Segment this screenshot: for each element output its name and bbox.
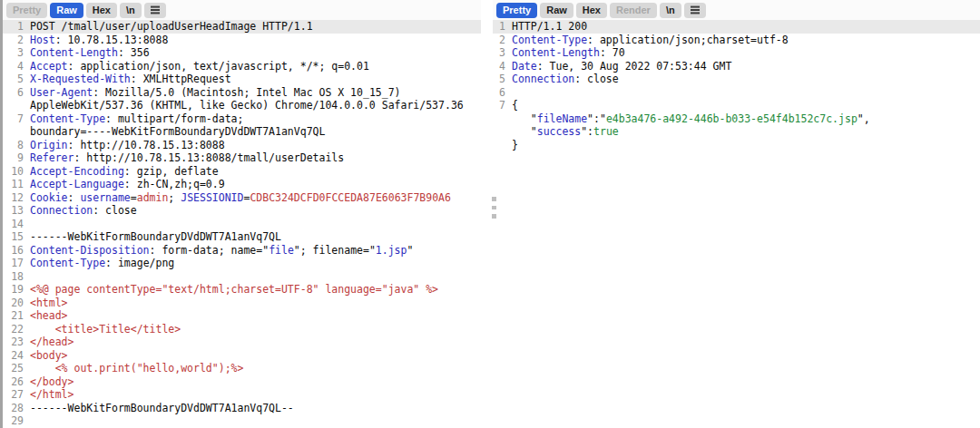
code-line: 17Content-Type: image/png bbox=[3, 257, 481, 270]
code-text: Content-Type: application/json;charset=u… bbox=[512, 34, 789, 47]
request-tab-pretty[interactable]: Pretty bbox=[6, 3, 47, 18]
code-text: ------WebKitFormBoundaryDVdDWT7A1anVq7QL… bbox=[30, 402, 294, 415]
code-token: ; bbox=[168, 191, 181, 204]
code-token: : XMLHttpRequest bbox=[131, 73, 231, 85]
response-panel: PrettyRawHexRender\n 1HTTP/1.1 2002Conte… bbox=[493, 0, 980, 428]
code-line: 10Accept-Encoding: gzip, deflate bbox=[3, 165, 481, 179]
code-line: 7{ bbox=[493, 99, 980, 112]
code-line: 1HTTP/1.1 200 bbox=[493, 20, 980, 34]
request-tab-raw[interactable]: Raw bbox=[50, 3, 83, 18]
code-token: CDBC324DCFD0FCCEDA87E6063F7B90A6 bbox=[250, 191, 451, 204]
code-token: : gzip, deflate bbox=[124, 165, 219, 178]
line-number: 11 bbox=[3, 178, 24, 191]
code-token: HTTP/1.1 200 bbox=[512, 20, 587, 33]
code-text: boundary=----WebKitFormBoundaryDVdDWT7A1… bbox=[30, 125, 325, 139]
code-token: success bbox=[537, 125, 581, 138]
code-token: : 356 bbox=[118, 46, 150, 59]
code-text: Accept: application/json, text/javascrip… bbox=[30, 60, 369, 73]
response-tab-raw[interactable]: Raw bbox=[540, 3, 573, 18]
line-number: 27 bbox=[3, 388, 24, 402]
code-line: 2Content-Type: application/json;charset=… bbox=[493, 34, 980, 47]
code-line: 27</html> bbox=[3, 388, 481, 402]
code-text: <title>Title</title> bbox=[30, 323, 181, 336]
code-line: 14 bbox=[3, 218, 481, 231]
code-token: </body> bbox=[30, 375, 74, 388]
code-text: "success":true bbox=[512, 125, 619, 139]
code-text: ------WebKitFormBoundaryDVdDWT7A1anVq7QL bbox=[30, 230, 281, 244]
code-line: 5Connection: close bbox=[493, 73, 980, 86]
code-token: : zh-CN,zh;q=0.9 bbox=[124, 178, 225, 190]
code-token: <head> bbox=[30, 309, 68, 322]
code-line: 19<%@ page contentType="text/html;charse… bbox=[3, 283, 481, 297]
line-number bbox=[493, 139, 505, 152]
code-token: : application/json;charset=utf-8 bbox=[587, 34, 789, 46]
code-token: : 10.78.15.13:8088 bbox=[55, 34, 169, 46]
line-number bbox=[493, 125, 505, 139]
code-text: Content-Type: image/png bbox=[30, 257, 174, 270]
code-token: "; filename=" bbox=[294, 244, 376, 257]
code-token: true bbox=[593, 125, 619, 138]
code-token: : Tue, 30 Aug 2022 07:53:44 GMT bbox=[537, 60, 732, 73]
code-text: Accept-Language: zh-CN,zh;q=0.9 bbox=[30, 178, 225, 191]
request-tab-hex[interactable]: Hex bbox=[86, 3, 117, 18]
code-token: : 70 bbox=[600, 46, 625, 59]
line-number: 22 bbox=[3, 323, 24, 336]
code-token: <title>Title</title> bbox=[30, 323, 181, 336]
code-line: 2Host: 10.78.15.13:8088 bbox=[3, 34, 481, 47]
line-number: 3 bbox=[493, 46, 505, 60]
response-tabbar: PrettyRawHexRender\n bbox=[493, 0, 980, 20]
code-text: <%@ page contentType="text/html;charset=… bbox=[30, 283, 438, 297]
line-number: 29 bbox=[3, 414, 24, 428]
code-text: } bbox=[512, 139, 518, 152]
code-line: 29 bbox=[3, 414, 481, 428]
response-tab-render[interactable]: Render bbox=[610, 3, 657, 18]
response-menu-button[interactable] bbox=[684, 3, 706, 18]
response-tab-newline[interactable]: \n bbox=[660, 3, 681, 18]
code-text: Referer: http://10.78.15.13:8088/tmall/u… bbox=[30, 151, 344, 165]
splitter-dot bbox=[492, 197, 496, 201]
code-token: Content-Type bbox=[30, 257, 105, 269]
code-token: Accept bbox=[30, 60, 68, 73]
line-number: 15 bbox=[3, 230, 24, 244]
line-number: 2 bbox=[3, 34, 24, 47]
code-token: Content-Length bbox=[30, 46, 118, 59]
code-token: : http://10.78.15.13:8088 bbox=[68, 139, 225, 151]
response-tab-pretty[interactable]: Pretty bbox=[496, 3, 537, 18]
hamburger-menu-icon bbox=[691, 9, 700, 11]
code-line: 25 <% out.print("hello,world");%> bbox=[3, 362, 481, 375]
code-text: Connection: close bbox=[30, 204, 137, 218]
code-token: ": bbox=[581, 125, 593, 138]
code-line: 24<body> bbox=[3, 349, 481, 363]
code-token: e4b3a476-a492-446b-b033-e54f4b152c7c.jsp bbox=[606, 112, 858, 125]
request-menu-button[interactable] bbox=[144, 3, 166, 18]
code-text: Content-Length: 356 bbox=[30, 46, 150, 60]
code-line: 7Content-Type: multipart/form-data; bbox=[3, 112, 481, 126]
code-token: Referer bbox=[30, 151, 74, 164]
line-number: 17 bbox=[3, 257, 24, 270]
request-editor[interactable]: 1POST /tmall/user/uploadUserHeadImage HT… bbox=[3, 20, 481, 428]
code-text: Cookie: username=admin; JSESSIONID=CDBC3… bbox=[30, 191, 451, 205]
line-number: 24 bbox=[3, 349, 24, 363]
code-text: AppleWebKit/537.36 (KHTML, like Gecko) C… bbox=[30, 99, 464, 112]
code-token: fileName bbox=[537, 112, 587, 125]
code-line: 12Cookie: username=admin; JSESSIONID=CDB… bbox=[3, 191, 481, 205]
code-text: <head> bbox=[30, 309, 68, 323]
code-token: : http://10.78.15.13:8088/tmall/userDeta… bbox=[74, 151, 344, 164]
code-line: 6 bbox=[493, 86, 980, 100]
code-line: AppleWebKit/537.36 (KHTML, like Gecko) C… bbox=[3, 99, 481, 112]
line-number: 5 bbox=[493, 73, 505, 86]
response-viewer[interactable]: 1HTTP/1.1 2002Content-Type: application/… bbox=[493, 20, 980, 151]
code-token: : form-data; name=" bbox=[150, 244, 270, 257]
code-token: AppleWebKit/537.36 (KHTML, like Gecko) C… bbox=[30, 99, 464, 112]
code-token: Content-Disposition bbox=[30, 244, 150, 257]
code-token: <%@ page contentType="text/html;charset=… bbox=[30, 283, 438, 296]
line-number: 13 bbox=[3, 204, 24, 218]
code-line: 6User-Agent: Mozilla/5.0 (Macintosh; Int… bbox=[3, 86, 481, 100]
request-tab-newline[interactable]: \n bbox=[120, 3, 142, 18]
response-tab-hex[interactable]: Hex bbox=[576, 3, 607, 18]
code-text: "fileName":"e4b3a476-a492-446b-b033-e54f… bbox=[512, 112, 870, 126]
code-token: " bbox=[407, 244, 413, 257]
line-number: 7 bbox=[3, 112, 24, 126]
code-token: JSESSIONID bbox=[181, 191, 243, 204]
panel-splitter[interactable] bbox=[492, 197, 496, 223]
